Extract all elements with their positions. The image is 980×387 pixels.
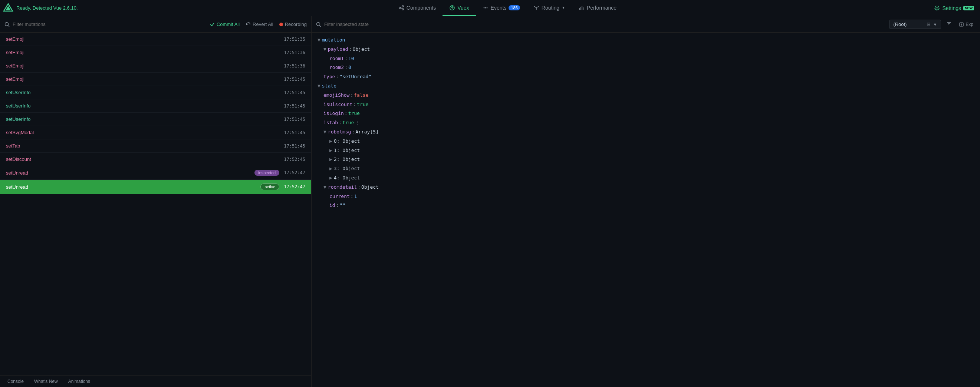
state-section-header[interactable]: ▼ state bbox=[312, 82, 980, 91]
svg-point-11 bbox=[486, 7, 487, 8]
current-key: current bbox=[329, 193, 350, 201]
mutation-name: setUnread bbox=[6, 184, 260, 190]
svg-rect-13 bbox=[581, 7, 581, 10]
is-login-row: isLogin : true bbox=[312, 109, 980, 118]
nav-item-performance[interactable]: Performance bbox=[572, 0, 623, 16]
tab-animations[interactable]: Animations bbox=[64, 377, 95, 385]
robotmsg-1-value: 1: Object bbox=[334, 147, 360, 155]
robotmsg-3-expand-icon: ▶ bbox=[329, 165, 332, 173]
mutation-row[interactable]: setEmoji17:51:45 bbox=[0, 73, 311, 86]
logo-area: Ready. Detected Vue 2.6.10. bbox=[3, 3, 78, 13]
commit-all-button[interactable]: Commit All bbox=[210, 22, 240, 27]
svg-rect-15 bbox=[583, 8, 584, 10]
payload-row[interactable]: ▼ payload : Object bbox=[312, 45, 980, 54]
mutation-row[interactable]: setEmoji17:51:36 bbox=[0, 59, 311, 73]
routing-icon bbox=[533, 5, 539, 11]
svg-line-6 bbox=[401, 8, 402, 9]
recording-button[interactable]: Recording bbox=[279, 22, 307, 27]
root-selector-dropdown[interactable]: (Root) ⊟ ▼ bbox=[889, 20, 941, 29]
mutation-section-header[interactable]: ▼ mutation bbox=[312, 36, 980, 45]
revert-all-button[interactable]: Revert All bbox=[245, 22, 274, 27]
robotmsg-4-expand-icon: ▶ bbox=[329, 174, 332, 182]
svg-line-18 bbox=[8, 25, 10, 27]
routing-chevron-icon: ▼ bbox=[562, 6, 565, 10]
mutations-list: setEmoji17:51:35setEmoji17:51:36setEmoji… bbox=[0, 33, 311, 375]
robotmsg-2-expand-icon: ▶ bbox=[329, 156, 332, 163]
settings-button[interactable]: Settings NEW bbox=[931, 4, 977, 13]
nav-item-components[interactable]: Components bbox=[392, 0, 442, 16]
mutation-row[interactable]: setEmoji17:51:36 bbox=[0, 46, 311, 59]
current-row: current : 1 bbox=[312, 192, 980, 201]
tab-console[interactable]: Console bbox=[3, 377, 28, 385]
nav-performance-label: Performance bbox=[587, 5, 616, 11]
filter-state-input[interactable] bbox=[324, 22, 886, 27]
export-label: Exp bbox=[966, 22, 973, 27]
nav-item-vuex[interactable]: Vuex bbox=[442, 0, 476, 16]
dropdown-chevron-icon: ▼ bbox=[933, 22, 937, 27]
robotmsg-1-row[interactable]: ▶ 1: Object bbox=[312, 146, 980, 155]
payload-key: payload bbox=[328, 46, 348, 53]
roomdetail-row[interactable]: ▼ roomdetail : Object bbox=[312, 183, 980, 192]
state-tree: ▼ mutation ▼ payload : Object room1 : 10… bbox=[312, 33, 980, 387]
robotmsg-type: Array[5] bbox=[355, 128, 379, 136]
main-content: Commit All Revert All Recording setEmoji… bbox=[0, 16, 980, 387]
bottom-tabs: Console What's New Animations bbox=[0, 375, 311, 387]
nav-item-routing[interactable]: Routing ▼ bbox=[527, 0, 572, 16]
svg-point-4 bbox=[402, 8, 404, 10]
commit-icon bbox=[210, 22, 215, 27]
events-icon bbox=[482, 5, 488, 11]
robotmsg-2-value: 2: Object bbox=[334, 156, 360, 163]
id-key: id bbox=[329, 201, 335, 209]
mutation-expand-icon: ▼ bbox=[318, 36, 320, 44]
mutation-name: setUserInfo bbox=[6, 103, 284, 109]
robotmsg-4-value: 4: Object bbox=[334, 174, 360, 182]
robotmsg-3-row[interactable]: ▶ 3: Object bbox=[312, 164, 980, 173]
svg-marker-19 bbox=[246, 23, 248, 25]
recording-label: Recording bbox=[285, 22, 307, 27]
export-icon bbox=[959, 22, 964, 27]
mutation-row[interactable]: setEmoji17:51:35 bbox=[0, 33, 311, 46]
export-button[interactable]: Exp bbox=[957, 21, 975, 28]
mutation-timestamp: 17:51:45 bbox=[284, 77, 305, 82]
roomdetail-type: Object bbox=[361, 184, 379, 191]
current-value: 1 bbox=[354, 193, 357, 201]
svg-point-9 bbox=[483, 7, 484, 8]
mutation-timestamp: 17:52:47 bbox=[284, 184, 305, 189]
robotmsg-0-row[interactable]: ▶ 0: Object bbox=[312, 137, 980, 146]
settings-icon bbox=[934, 5, 940, 11]
mutation-timestamp: 17:52:47 bbox=[284, 170, 305, 175]
is-login-key: isLogin bbox=[323, 110, 344, 117]
state-expand-icon: ▼ bbox=[318, 82, 320, 90]
is-discount-value: true bbox=[357, 101, 368, 109]
robotmsg-2-row[interactable]: ▶ 2: Object bbox=[312, 155, 980, 164]
robotmsg-4-row[interactable]: ▶ 4: Object bbox=[312, 173, 980, 183]
is-discount-row: isDiscount : true bbox=[312, 100, 980, 109]
revert-all-label: Revert All bbox=[253, 22, 274, 27]
mutation-row[interactable]: setTab17:51:45 bbox=[0, 140, 311, 153]
svg-point-3 bbox=[402, 6, 404, 7]
room2-row: room2 : 0 bbox=[312, 63, 980, 72]
robotmsg-3-value: 3: Object bbox=[334, 165, 360, 173]
robotmsg-row[interactable]: ▼ robotmsg : Array[5] bbox=[312, 127, 980, 137]
mutation-row[interactable]: setDiscount17:52:45 bbox=[0, 153, 311, 166]
svg-point-2 bbox=[399, 7, 401, 8]
tab-whats-new[interactable]: What's New bbox=[30, 377, 62, 385]
mutation-row[interactable]: setUserInfo17:51:45 bbox=[0, 113, 311, 126]
svg-rect-12 bbox=[579, 8, 580, 10]
mutation-row[interactable]: setUnreadinspected17:52:47 bbox=[0, 166, 311, 180]
state-toolbar: (Root) ⊟ ▼ Exp bbox=[312, 16, 980, 33]
ready-status: Ready. Detected Vue 2.6.10. bbox=[16, 5, 78, 11]
is-tab-row: istab : true ⋮ bbox=[312, 118, 980, 127]
type-key: type bbox=[323, 73, 335, 81]
more-options-icon[interactable]: ⋮ bbox=[355, 119, 360, 127]
filter-icon bbox=[946, 21, 951, 26]
vue-logo-icon bbox=[3, 3, 13, 13]
performance-icon bbox=[579, 5, 585, 11]
mutation-row[interactable]: setUserInfo17:51:45 bbox=[0, 86, 311, 99]
nav-item-events[interactable]: Events 186 bbox=[476, 0, 527, 16]
filter-toggle-button[interactable] bbox=[944, 21, 954, 28]
filter-mutations-input[interactable] bbox=[13, 22, 87, 27]
mutation-row[interactable]: setUnreadactive17:52:47 bbox=[0, 180, 311, 194]
mutation-row[interactable]: setSvgModal17:51:45 bbox=[0, 126, 311, 140]
mutation-row[interactable]: setUserInfo17:51:45 bbox=[0, 99, 311, 113]
